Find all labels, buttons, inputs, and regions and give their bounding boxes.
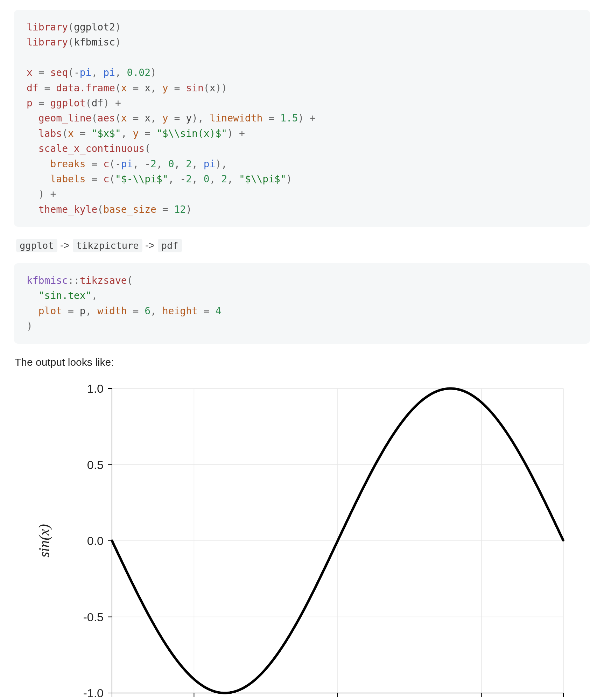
y-tick-label: 1.0 xyxy=(87,382,104,395)
flow-ggplot: ggplot xyxy=(16,239,57,252)
y-axis-title: sin(x) xyxy=(36,524,52,558)
output-caption: The output looks like: xyxy=(15,356,590,368)
flow-pdf: pdf xyxy=(158,239,182,252)
flow-tikzpicture: tikzpicture xyxy=(73,239,142,252)
y-tick-label: 0.5 xyxy=(87,458,104,471)
code-block-1: library(ggplot2) library(kfbmisc) x = se… xyxy=(14,10,590,227)
flow-arrow-2: -> xyxy=(142,239,158,251)
y-tick-label: -1.0 xyxy=(83,686,104,700)
flow-arrow-1: -> xyxy=(57,239,73,251)
sin-chart: -1.0-0.50.00.51.0−π-202πxsin(x) xyxy=(14,378,588,700)
code-block-2: kfbmisc::tikzsave( "sin.tex", plot = p, … xyxy=(14,263,590,344)
pipeline-flow: ggplot -> tikzpicture -> pdf xyxy=(16,239,590,251)
y-tick-label: -0.5 xyxy=(83,610,104,623)
chart-container: -1.0-0.50.00.51.0−π-202πxsin(x) xyxy=(14,378,590,700)
y-tick-label: 0.0 xyxy=(87,534,104,547)
